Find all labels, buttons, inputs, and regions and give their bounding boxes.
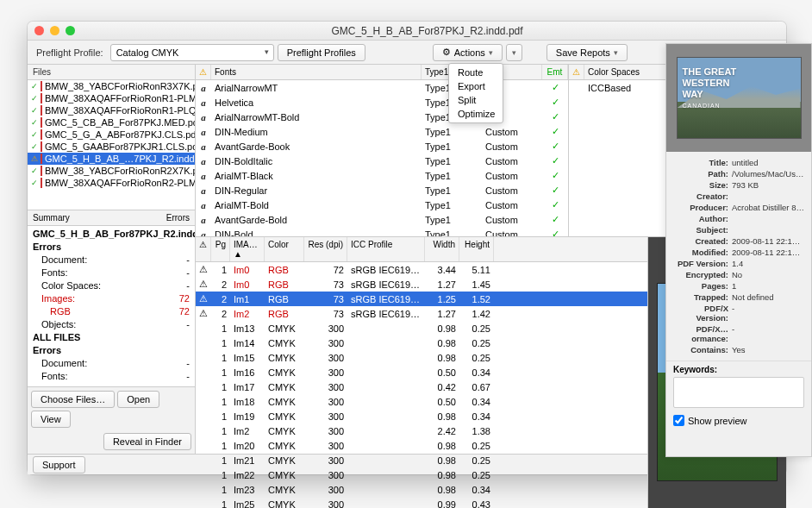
actions-menu[interactable]: RouteExportSplitOptimize [448, 63, 503, 123]
file-row[interactable]: ✓BMW_38XAQAFForRioRonR1-PLQ.pdf [28, 104, 195, 116]
summary-row: Fonts:- [28, 370, 195, 383]
file-name: BMW_38XAQAFForRioRonR1-PLQ.pdf [45, 105, 195, 116]
warning-icon: ⚠ [196, 263, 211, 276]
summary-row: Document:- [28, 254, 195, 267]
image-row[interactable]: 1Im14CMYK3000.980.25 [196, 336, 647, 350]
file-row[interactable]: ✓BMW_38XAQAFForRioRonR1-PLM.pdf [28, 92, 195, 104]
image-row[interactable]: ⚠2Im1RGB73sRGB IEC6196…1.251.52 [196, 292, 647, 306]
file-row[interactable]: ✓BMW_38XAQAFForRioRonR2-PLM.pdf [28, 177, 195, 189]
choose-files-button[interactable]: Choose Files… [31, 391, 115, 408]
file-list[interactable]: ✓BMW_38_YABCForRioRonR3X7K.pdf✓BMW_38XAQ… [28, 80, 195, 210]
menu-item-split[interactable]: Split [449, 93, 503, 107]
pdf-icon [41, 166, 42, 176]
chevron-down-icon: ▾ [614, 48, 618, 57]
pdf-icon [41, 141, 42, 152]
menu-item-optimize[interactable]: Optimize [449, 107, 503, 121]
images-header: ⚠ Pg IMA… ▲ Color Res (dpi) ICC Profile … [196, 237, 647, 262]
file-name: GMC_5_H_B_AB_…7PKJ_R2.indd.pdf [45, 154, 195, 164]
file-name: GMC_5_G_A_ABFor87PKJ.CLS.pdf [45, 129, 195, 140]
image-row[interactable]: ⚠1Im0RGB72sRGB IEC6196…3.445.11 [196, 262, 647, 277]
meta-row: Title:untitled [673, 157, 804, 168]
summary-row: Errors [28, 241, 195, 254]
warning-icon [196, 372, 211, 373]
profile-select[interactable]: Catalog CMYK [110, 44, 274, 61]
warning-icon [196, 460, 211, 461]
font-row[interactable]: aArialMT-BoldType1Custom✓ [196, 198, 568, 212]
image-row[interactable]: 1Im22CMYK3000.980.25 [196, 467, 647, 482]
show-preview-checkbox[interactable]: Show preview [666, 411, 811, 430]
actions-button[interactable]: ⚙Actions▾ [433, 44, 503, 61]
menu-item-export[interactable]: Export [449, 79, 503, 93]
keywords-input[interactable] [673, 377, 804, 408]
font-row[interactable]: aArialNarrowMT-BoldType1✓ [196, 110, 568, 124]
open-button[interactable]: Open [117, 391, 159, 408]
file-row[interactable]: ✓BMW_38_YABCForRioRonR2X7K.pdf [28, 165, 195, 177]
view-button[interactable]: View [31, 411, 71, 428]
warning-icon [196, 430, 211, 432]
fonts-table[interactable]: ⚠ Fonts Type1 Emt aArialNarrowMTType1✓aH… [196, 65, 569, 236]
pdf-icon [41, 93, 42, 103]
images-table[interactable]: ⚠ Pg IMA… ▲ Color Res (dpi) ICC Profile … [196, 237, 648, 508]
meta-row: Author: [673, 213, 804, 224]
reveal-in-finder-button[interactable]: Reveal in Finder [103, 433, 191, 450]
file-row[interactable]: ✓GMC_5_G_A_ABFor87PKJ.CLS.pdf [28, 129, 195, 141]
close-icon[interactable] [34, 26, 44, 35]
actions-dropdown-toggle[interactable]: ▾ [506, 44, 522, 61]
pdf-icon [41, 178, 42, 188]
meta-row: Producer:Acrobat Distiller 8.1… [673, 202, 804, 213]
font-row[interactable]: aDIN-BoldType1Custom✓ [196, 227, 568, 236]
summary-body[interactable]: GMC_5_H_B_AB_For87PKJ_R2.indd.pdfErrorsD… [28, 226, 195, 386]
traffic-lights [34, 26, 75, 35]
doc-metadata: Title:untitledPath:/Volumes/Mac/User…Siz… [666, 152, 811, 361]
font-row[interactable]: aAvantGarde-BookType1Custom✓ [196, 139, 568, 154]
font-row[interactable]: aDIN-BoldItalicType1Custom✓ [196, 154, 568, 168]
image-row[interactable]: ⚠2Im0RGB73sRGB IEC6196…1.271.45 [196, 277, 647, 292]
menu-item-route[interactable]: Route [449, 66, 503, 79]
file-row[interactable]: ✓BMW_38_YABCForRioRonR3X7K.pdf [28, 80, 195, 92]
show-preview-check[interactable] [673, 415, 684, 426]
image-row[interactable]: ⚠2Im2RGB73sRGB IEC6196…1.271.42 [196, 306, 647, 321]
preflight-profiles-button[interactable]: Preflight Profiles [278, 44, 365, 61]
file-row[interactable]: ✓GMC_5_CB_AB_For87PKJ.MED.pdf [28, 116, 195, 129]
font-icon: a [196, 111, 211, 123]
meta-row: Size:793 KB [673, 179, 804, 191]
image-row[interactable]: 1Im23CMYK3000.980.34 [196, 482, 647, 497]
doc-preview: THE GREAT WESTERN WAY CANADIAN [666, 44, 811, 152]
image-row[interactable]: 1Im17CMYK3000.420.67 [196, 379, 647, 394]
font-row[interactable]: aDIN-RegularType1Custom✓ [196, 183, 568, 198]
summary-row: ALL FILES [28, 331, 195, 344]
image-row[interactable]: 1Im13CMYK3000.980.25 [196, 321, 647, 336]
font-row[interactable]: aArialMT-BlackType1Custom✓ [196, 168, 568, 183]
support-button[interactable]: Support [33, 456, 85, 474]
font-icon: a [196, 214, 211, 226]
image-row[interactable]: 1Im16CMYK3000.500.34 [196, 365, 647, 379]
image-row[interactable]: 1Im18CMYK3000.500.34 [196, 394, 647, 409]
window-title: GMC_5_H_B_AB_For87PKJ_R2.indd.pdf [75, 25, 779, 37]
warning-icon [196, 474, 211, 476]
zoom-icon[interactable] [66, 26, 75, 35]
image-row[interactable]: 1Im20CMYK3000.980.25 [196, 438, 647, 453]
file-buttons: Choose Files… Open View Reveal in Finder [28, 386, 195, 454]
image-row[interactable]: 1Im25CMYK3000.990.43 [196, 497, 647, 508]
check-icon: ✓ [31, 81, 38, 91]
file-row[interactable]: ⚠GMC_5_H_B_AB_…7PKJ_R2.indd.pdf [28, 153, 195, 165]
font-row[interactable]: aDIN-MediumType1Custom✓ [196, 124, 568, 139]
font-row[interactable]: aHelveticaType1✓ [196, 95, 568, 110]
meta-row: Trapped:Not defined [673, 292, 804, 303]
image-row[interactable]: 1Im19CMYK3000.980.34 [196, 409, 647, 423]
summary-row: RGB72 [28, 305, 195, 318]
image-row[interactable]: 1Im21CMYK3000.980.25 [196, 453, 647, 467]
save-reports-button[interactable]: Save Repots▾ [547, 44, 628, 61]
meta-row: PDF/X Version:- [673, 303, 804, 323]
warning-icon: ⚠ [196, 307, 211, 320]
font-icon: a [196, 126, 211, 138]
file-row[interactable]: ✓GMC_5_GAABFor87PKJR1.CLS.pdf [28, 141, 195, 153]
warning-icon [196, 386, 211, 388]
image-row[interactable]: 1Im2CMYK3002.421.38 [196, 423, 647, 438]
minimize-icon[interactable] [50, 26, 59, 35]
image-row[interactable]: 1Im15CMYK3000.980.25 [196, 350, 647, 365]
font-icon: a [196, 82, 211, 94]
profile-label: Preflight Profile: [33, 47, 107, 58]
font-row[interactable]: aAvantGarde-BoldType1Custom✓ [196, 212, 568, 227]
font-row[interactable]: aArialNarrowMTType1✓ [196, 80, 568, 95]
